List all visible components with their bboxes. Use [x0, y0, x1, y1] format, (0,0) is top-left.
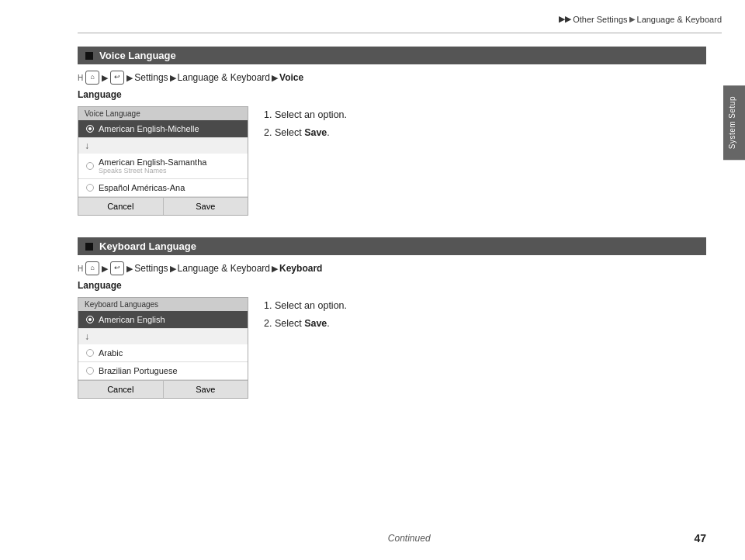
keyboard-dialog-footer: Cancel Save	[78, 380, 248, 398]
system-setup-tab: System Setup	[723, 85, 745, 160]
keyboard-option-2[interactable]: Arabic	[78, 344, 248, 362]
voice-option-2[interactable]: American English-Samantha Speaks Street …	[78, 154, 248, 179]
top-divider	[78, 33, 722, 33]
continued-label: Continued	[124, 533, 694, 544]
breadcrumb-arrow-1: ▶	[629, 15, 636, 23]
map-icon: ⌂	[85, 71, 99, 85]
voice-language-header: Voice Language	[78, 47, 706, 64]
voice-dialog-title: Voice Language	[78, 107, 248, 120]
voice-radio-3	[86, 184, 94, 192]
main-content: Voice Language H ⌂ ▶ ↩ ▶ Settings ▶ Lang…	[78, 47, 706, 529]
voice-cancel-button[interactable]: Cancel	[78, 198, 164, 215]
voice-scroll-indicator: ↓	[78, 138, 248, 154]
keyboard-cancel-button[interactable]: Cancel	[78, 381, 164, 398]
keyboard-language-header: Keyboard Language	[78, 237, 706, 255]
keyboard-radio-3	[86, 367, 94, 375]
breadcrumb-item-language: Language & Keyboard	[637, 15, 722, 24]
voice-step-1: 1. Select an option.	[264, 106, 347, 124]
voice-instructions: 1. Select an option. 2. Select Save.	[264, 106, 347, 141]
voice-language-nav-line2: Language	[78, 88, 706, 102]
voice-save-button[interactable]: Save	[164, 198, 248, 215]
voice-language-nav: H ⌂ ▶ ↩ ▶ Settings ▶ Language & Keyboard…	[78, 71, 706, 85]
breadcrumb: ▶▶ Other Settings ▶ Language & Keyboard	[559, 14, 722, 24]
back-icon-2: ↩	[110, 261, 124, 275]
keyboard-dialog-title: Keyboard Languages	[78, 298, 248, 311]
keyboard-language-nav-line2: Language	[78, 278, 706, 292]
keyboard-language-body: Keyboard Languages American English ↓ Ar…	[78, 297, 706, 399]
breadcrumb-prefix: ▶▶	[559, 14, 571, 24]
keyboard-option-3[interactable]: Brazilian Portuguese	[78, 362, 248, 380]
section-square-icon-2	[85, 243, 93, 251]
keyboard-radio-1	[86, 316, 94, 323]
keyboard-instructions: 1. Select an option. 2. Select Save.	[264, 297, 347, 332]
bottom-bar: Continued 47	[78, 532, 706, 544]
back-icon: ↩	[110, 71, 124, 85]
keyboard-save-button[interactable]: Save	[164, 381, 248, 398]
keyboard-scroll-indicator: ↓	[78, 329, 248, 344]
nav-home-icon-2: H	[78, 263, 83, 275]
voice-radio-2	[86, 162, 94, 170]
voice-dialog-footer: Cancel Save	[78, 197, 248, 215]
keyboard-step-2: 2. Select Save.	[264, 315, 347, 333]
voice-radio-1	[86, 125, 94, 133]
voice-step-2: 2. Select Save.	[264, 124, 347, 142]
keyboard-language-nav: H ⌂ ▶ ↩ ▶ Settings ▶ Language & Keyboard…	[78, 261, 706, 275]
voice-language-section: Voice Language H ⌂ ▶ ↩ ▶ Settings ▶ Lang…	[78, 47, 706, 216]
voice-language-dialog: Voice Language American English-Michelle…	[78, 106, 248, 216]
voice-language-body: Voice Language American English-Michelle…	[78, 106, 706, 216]
voice-option-3[interactable]: Español Américas-Ana	[78, 179, 248, 197]
keyboard-radio-2	[86, 349, 94, 357]
keyboard-step-1: 1. Select an option.	[264, 297, 347, 315]
voice-option-1[interactable]: American English-Michelle	[78, 120, 248, 138]
nav-home-icon: H	[78, 72, 83, 84]
section-square-icon	[85, 52, 93, 60]
map-icon-2: ⌂	[85, 261, 99, 275]
breadcrumb-item-other: Other Settings	[573, 15, 627, 24]
keyboard-option-1[interactable]: American English	[78, 311, 248, 329]
keyboard-language-section: Keyboard Language H ⌂ ▶ ↩ ▶ Settings ▶ L…	[78, 237, 706, 399]
page-number: 47	[694, 532, 706, 544]
keyboard-language-dialog: Keyboard Languages American English ↓ Ar…	[78, 297, 248, 399]
